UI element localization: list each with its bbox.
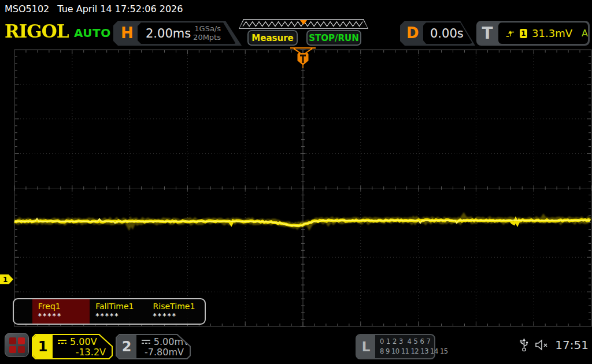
rising-edge-trigger-icon	[505, 28, 515, 39]
channel1-number-tab: 1	[33, 335, 53, 358]
measurement-name: Freq1	[38, 302, 90, 311]
channel2-offset: -7.80mV	[136, 347, 190, 358]
dc-coupling-icon	[57, 339, 67, 344]
measurement-freq1[interactable]: Freq1 *****	[32, 299, 90, 324]
measurement-results-panel: Freq1 ***** FallTime1 ***** RiseTime1 **…	[13, 298, 206, 325]
dc-coupling-icon	[141, 339, 151, 344]
channel1-status-block[interactable]: 1 5.00V -13.2V	[32, 334, 113, 359]
oscilloscope-screen: MSO5102 Tue April 14 17:52:06 2026 RIGOL…	[0, 0, 592, 364]
channel1-marker-label: 1	[3, 276, 8, 284]
trigger-level-value: 31.3mV	[532, 27, 572, 39]
sample-rate-memory: 1GSa/s20Mpts	[193, 25, 221, 42]
measurement-name: RiseTime1	[153, 302, 205, 311]
speaker-muted-icon[interactable]	[534, 339, 549, 351]
measurement-falltime1[interactable]: FallTime1 *****	[90, 299, 147, 324]
quick-menu-button[interactable]	[5, 333, 29, 357]
stop-run-button[interactable]: STOP/RUN	[306, 30, 361, 46]
model-label: MSO5102	[5, 3, 49, 14]
trigger-coupling-label: A	[582, 28, 588, 39]
logic-row1: 0 1 2 3 4 5 6 7	[380, 337, 431, 346]
waveform-position-indicator[interactable]	[239, 19, 368, 29]
channel2-status-block[interactable]: 2 5.00mV -7.80mV	[116, 334, 191, 359]
measurement-name: FallTime1	[95, 302, 147, 311]
measurement-risetime1[interactable]: RiseTime1 *****	[147, 299, 205, 324]
measurement-value: *****	[95, 312, 147, 320]
channel1-waveform-trace	[14, 217, 590, 226]
logic-row2: 8 9 10 11 12 13 14 15	[380, 347, 448, 355]
measurement-value: *****	[153, 312, 205, 320]
delay-value: 0.00s	[430, 27, 464, 40]
channel2-number-tab: 2	[117, 335, 136, 358]
timebase-value: 2.00ms	[146, 27, 191, 40]
red-grid-icon	[9, 337, 25, 353]
measurement-value: *****	[38, 312, 90, 320]
delay-d-label: D	[406, 24, 419, 42]
trigger-source-badge: 1	[520, 29, 527, 38]
measure-button[interactable]: Measure	[247, 30, 298, 46]
zigzag-waveform-icon	[239, 20, 368, 28]
datetime-label: Tue April 14 17:52:06 2026	[57, 3, 183, 14]
channel1-offset: -13.2V	[53, 347, 112, 358]
channel1-scale: 5.00V	[70, 336, 97, 347]
trigger-settings-box[interactable]: T 1 31.3mV A	[476, 21, 590, 46]
sample-rate: 1GSa/s	[194, 24, 221, 33]
usb-icon	[520, 337, 528, 352]
acquisition-mode-label: AUTO	[74, 26, 111, 40]
logic-analyzer-block[interactable]: L 0 1 2 3 4 5 6 78 9 10 11 12 13 14 15	[356, 334, 435, 359]
top-info-bar: MSO5102 Tue April 14 17:52:06 2026	[0, 0, 592, 17]
horizontal-h-label: H	[121, 24, 134, 42]
memory-depth: 20Mpts	[193, 33, 221, 42]
trigger-position-marker[interactable]	[288, 46, 318, 69]
horizontal-settings-box[interactable]: H 2.00ms 1GSa/s20Mpts	[113, 21, 242, 46]
rigol-logo: RIGOL	[5, 21, 69, 42]
status-clock: 17:51	[555, 338, 589, 352]
trigger-t-label: T	[476, 21, 498, 46]
logic-l-label: L	[357, 335, 375, 358]
logic-channel-numbers: 0 1 2 3 4 5 6 78 9 10 11 12 13 14 15	[380, 337, 448, 356]
